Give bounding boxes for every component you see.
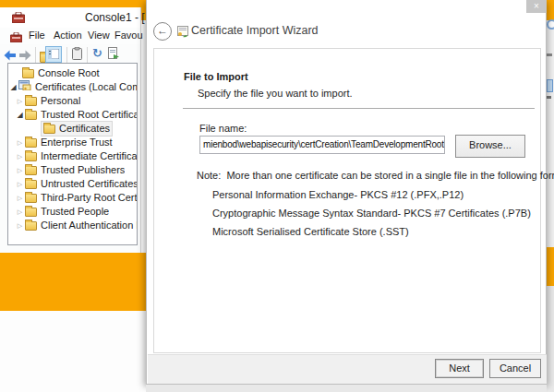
folder-icon (25, 208, 37, 217)
expander-closed-icon[interactable] (15, 219, 25, 232)
format-item-p7b: Cryptographic Message Syntax Standard- P… (212, 208, 531, 219)
expander-closed-icon[interactable] (15, 136, 25, 149)
window-title: Console1 - [ (85, 11, 145, 24)
word-ribbon: PAGE LAYOUT REFERENCES 1 ▾ A▲ A▼ Aa ▾ ▾ … (0, 311, 146, 392)
certificate-import-wizard-dialog: × ← Certificate Import Wizard File to Im… (146, 0, 547, 385)
tree-item-label: Intermediate Certificati (41, 149, 137, 163)
tree-item-label: Trusted Root Certificati (41, 108, 137, 122)
tree-item-console-root[interactable]: Console Root (8, 66, 137, 80)
folder-icon (25, 221, 37, 231)
tree-item-label: Certificates (59, 122, 110, 136)
separator-line (183, 108, 535, 109)
folder-icon (25, 97, 37, 106)
background-circle-icon (547, 19, 554, 30)
mmc-app-icon (12, 10, 25, 27)
tree-item-trusted-root-certification[interactable]: Trusted Root Certificati (8, 108, 137, 122)
next-button[interactable]: Next (435, 359, 484, 378)
background-gray-area (547, 286, 554, 392)
tree-item-certificates-local-computer[interactable]: Certificates (Local Comput (8, 80, 137, 94)
format-item-pfx: Personal Information Exchange- PKCS #12 … (212, 189, 464, 200)
background-icon-fragment (547, 79, 553, 92)
browse-button[interactable]: Browse... (455, 135, 525, 158)
expander-closed-icon[interactable] (15, 205, 25, 219)
tree-item-label: Client Authentication Is (41, 219, 137, 232)
tree-item-label: Personal (41, 94, 80, 108)
export-list-icon[interactable] (108, 47, 119, 64)
toolbar-separator (35, 47, 36, 63)
format-item-sst: Microsoft Serialised Certificate Store (… (212, 226, 409, 237)
tree-item-intermediate-certification[interactable]: Intermediate Certificati (8, 149, 137, 163)
menu-action[interactable]: Action (54, 30, 82, 41)
background-icon-fragment (547, 96, 551, 99)
refresh-icon[interactable]: ↻ (92, 46, 102, 60)
wizard-page-subheading: Specify the file you want to import. (198, 88, 353, 99)
expander-open-icon[interactable] (8, 80, 18, 94)
console-title-bar[interactable]: Console1 - [ (0, 7, 140, 28)
folder-icon (25, 138, 37, 148)
wizard-button-bar: Next Cancel (148, 354, 547, 384)
wizard-back-button[interactable]: ← (153, 22, 172, 41)
cancel-button[interactable]: Cancel (489, 359, 541, 378)
expander-closed-icon[interactable] (15, 94, 25, 108)
wizard-content-panel: File to Import Specify the file you want… (153, 48, 541, 353)
tree-item-label: Trusted People (41, 205, 109, 219)
file-name-input[interactable]: mienbod\webapisecurity\certCreation\Team… (199, 136, 445, 154)
toolbar-separator (87, 47, 88, 63)
console-menu-bar: File Action View Favou (0, 28, 140, 44)
mmc-console-window: Console1 - [ File Action View Favou ↻ (0, 7, 141, 253)
tree-item-third-party-root[interactable]: Third-Party Root Certif (8, 191, 137, 205)
selected-tree-item[interactable]: Certificates (41, 121, 113, 137)
clipboard-icon[interactable] (72, 47, 82, 64)
wizard-page-heading: File to Import (184, 71, 248, 82)
tree-item-label: Untrusted Certificates (41, 177, 137, 191)
background-orange-block (547, 247, 554, 286)
background-icon-fragment (547, 53, 552, 56)
tree-item-label: Certificates (Local Comput (35, 80, 137, 94)
expander-open-icon[interactable] (15, 108, 25, 122)
expander-closed-icon[interactable] (15, 191, 25, 205)
folder-icon (25, 194, 37, 203)
background-strip-below-dialog (146, 385, 547, 392)
folder-icon (25, 152, 37, 161)
tree-item-trusted-people[interactable]: Trusted People (8, 205, 137, 219)
tree-item-certificates-selected[interactable]: Certificates (8, 122, 137, 136)
tree-item-trusted-publishers[interactable]: Trusted Publishers (8, 163, 137, 177)
certificate-store-icon (18, 80, 31, 94)
background-orange-block (0, 253, 146, 311)
close-icon[interactable]: × (526, 0, 547, 13)
expander-closed-icon[interactable] (15, 177, 25, 191)
menu-favourites[interactable]: Favou (114, 30, 143, 41)
certificate-wizard-icon (175, 25, 188, 42)
tree-item-enterprise-trust[interactable]: Enterprise Trust (8, 136, 137, 149)
folder-icon (25, 180, 37, 189)
menu-file[interactable]: File (29, 30, 45, 41)
tree-item-label: Trusted Publishers (41, 163, 125, 177)
tree-item-untrusted-certificates[interactable]: Untrusted Certificates (8, 177, 137, 191)
folder-icon (43, 125, 55, 134)
note-text: Note: More than one certificate can be s… (197, 170, 554, 181)
tree-item-label: Third-Party Root Certif (41, 191, 137, 205)
toolbar-separator (66, 47, 67, 63)
expander-closed-icon[interactable] (15, 163, 25, 177)
background-orange-strip (547, 0, 554, 20)
wizard-title: Certificate Import Wizard (191, 24, 319, 37)
expander-closed-icon[interactable] (15, 149, 25, 163)
console-tree: Console Root Certificates (Local Comput … (7, 63, 138, 245)
tree-item-label: Console Root (38, 66, 100, 80)
menu-view[interactable]: View (88, 30, 110, 41)
folder-icon (25, 166, 37, 175)
folder-icon (22, 69, 34, 78)
background-window-edge (547, 0, 554, 392)
tree-item-label: Enterprise Trust (41, 136, 113, 149)
tree-item-personal[interactable]: Personal (8, 94, 137, 108)
tree-item-client-authentication[interactable]: Client Authentication Is (8, 219, 137, 232)
folder-icon (25, 111, 37, 120)
file-name-label: File name: (199, 123, 247, 134)
show-console-tree-icon[interactable] (45, 46, 62, 63)
